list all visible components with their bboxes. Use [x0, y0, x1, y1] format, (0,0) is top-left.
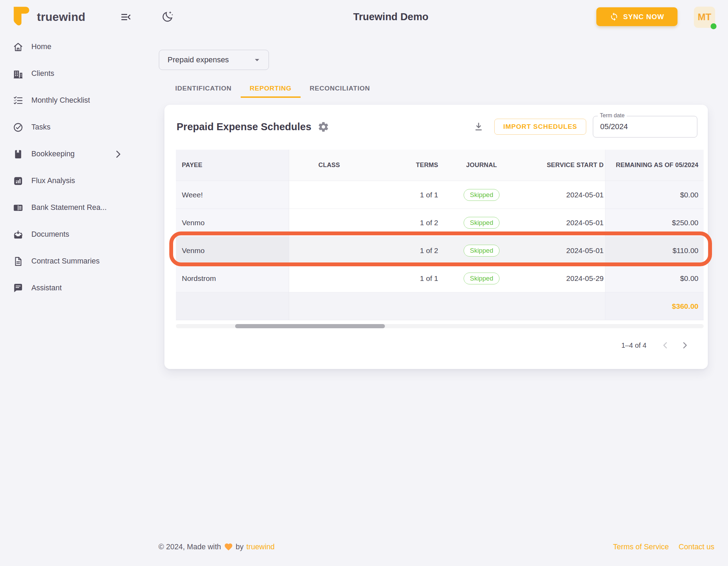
- pagination-range-label: 1–4 of 4: [621, 341, 646, 349]
- column-header-journal: JOURNAL: [444, 150, 519, 181]
- bar-chart-icon: [13, 176, 23, 186]
- sidebar-item-assistant[interactable]: Assistant: [0, 275, 150, 301]
- sidebar-item-monthly-checklist[interactable]: Monthly Checklist: [0, 87, 150, 114]
- cell-journal: Skipped: [444, 181, 519, 209]
- horizontal-scrollbar-track[interactable]: [176, 324, 704, 328]
- horizontal-scrollbar-thumb[interactable]: [235, 324, 385, 328]
- term-date-label: Term date: [598, 112, 627, 119]
- schedule-settings-button[interactable]: [318, 121, 329, 133]
- table-row[interactable]: Nordstrom 1 of 1 Skipped 2024-05-29 $0.0…: [176, 265, 704, 292]
- total-empty-terms: [369, 292, 444, 320]
- sidebar-item-tasks[interactable]: Tasks: [0, 114, 150, 141]
- table-row-highlighted[interactable]: Venmo 1 of 2 Skipped 2024-05-01 $110.00: [176, 237, 704, 265]
- orange-heart-icon: [224, 542, 233, 551]
- dark-mode-toggle[interactable]: [161, 10, 174, 23]
- pagination-prev-button[interactable]: [657, 337, 674, 354]
- term-date-field[interactable]: Term date 05/2024: [593, 116, 697, 137]
- status-badge-skipped: Skipped: [464, 189, 499, 201]
- total-empty-service: [519, 292, 605, 320]
- cell-class: [289, 265, 369, 292]
- column-header-terms: TERMS: [369, 150, 444, 181]
- cell-class: [289, 237, 369, 264]
- cell-remaining: $0.00: [605, 181, 704, 209]
- moon-stars-icon: [161, 10, 174, 23]
- term-date-value: 05/2024: [600, 122, 628, 131]
- cell-service-start: 2024-05-29: [519, 265, 605, 292]
- contract-icon: [13, 256, 23, 267]
- checklist-icon: [13, 95, 23, 106]
- cell-remaining: $110.00: [605, 237, 704, 264]
- cell-remaining: $250.00: [605, 209, 704, 236]
- sidebar-item-clients[interactable]: Clients: [0, 60, 150, 87]
- sidebar-item-contract-summaries[interactable]: Contract Summaries: [0, 248, 150, 275]
- copyright-text: © 2024, Made with by truewind: [158, 542, 275, 551]
- module-select-dropdown[interactable]: Prepaid expenses: [159, 50, 269, 70]
- cell-terms: 1 of 2: [369, 237, 444, 264]
- inbox-download-icon: [13, 229, 23, 240]
- sidebar-item-flux-analysis[interactable]: Flux Analysis: [0, 167, 150, 194]
- online-status-dot: [711, 23, 717, 29]
- sidebar-item-label: Flux Analysis: [31, 176, 75, 185]
- pagination: 1–4 of 4: [621, 337, 693, 354]
- tab-reconciliation[interactable]: RECONCILIATION: [301, 79, 379, 98]
- pagination-next-button[interactable]: [676, 337, 693, 354]
- cell-service-start: 2024-05-01: [519, 237, 605, 264]
- status-badge-skipped: Skipped: [464, 273, 499, 284]
- user-avatar[interactable]: MT: [694, 7, 715, 28]
- sidebar-item-label: Assistant: [31, 284, 62, 292]
- home-icon: [13, 42, 23, 52]
- schedules-table: PAYEE CLASS TERMS JOURNAL SERVICE START …: [176, 150, 704, 320]
- column-header-remaining: REMAINING AS OF 05/2024: [605, 150, 704, 181]
- cell-journal: Skipped: [444, 209, 519, 236]
- cell-service-start: 2024-05-01: [519, 181, 605, 209]
- cell-payee: Venmo: [176, 209, 289, 236]
- page-footer: © 2024, Made with by truewind Terms of S…: [158, 542, 714, 551]
- cell-terms: 1 of 1: [369, 181, 444, 209]
- sync-now-button[interactable]: SYNC NOW: [596, 7, 677, 26]
- brand-name: truewind: [37, 10, 85, 24]
- building-icon: [13, 69, 23, 79]
- sidebar-item-home[interactable]: Home: [0, 33, 150, 60]
- collapse-sidebar-button[interactable]: [120, 11, 132, 23]
- total-empty-journal: [444, 292, 519, 320]
- tab-reporting[interactable]: REPORTING: [241, 79, 301, 98]
- sidebar-item-label: Monthly Checklist: [31, 96, 90, 105]
- column-header-payee: PAYEE: [176, 150, 289, 181]
- menu-open-icon: [120, 11, 132, 23]
- total-remaining-value: $360.00: [605, 292, 704, 320]
- cell-class: [289, 181, 369, 209]
- bank-statement-icon: [13, 203, 23, 213]
- status-badge-skipped: Skipped: [464, 217, 499, 229]
- sidebar-item-documents[interactable]: Documents: [0, 221, 150, 248]
- cell-terms: 1 of 1: [369, 265, 444, 292]
- column-header-class: CLASS: [289, 150, 369, 181]
- gear-icon: [318, 121, 329, 133]
- table-row[interactable]: Weee! 1 of 1 Skipped 2024-05-01 $0.00: [176, 181, 704, 209]
- contact-us-link[interactable]: Contact us: [679, 543, 714, 551]
- cell-terms: 1 of 2: [369, 209, 444, 236]
- truewind-logo-icon: [13, 6, 30, 29]
- sidebar-item-label: Home: [31, 42, 51, 51]
- tab-identification[interactable]: IDENTIFICATION: [166, 79, 241, 98]
- cell-payee: Nordstrom: [176, 265, 289, 292]
- sidebar-item-label: Bank Statement Rea...: [31, 203, 107, 212]
- table-row[interactable]: Venmo 1 of 2 Skipped 2024-05-01 $250.00: [176, 209, 704, 237]
- copyright-by: by: [236, 543, 244, 551]
- footer-brand-link[interactable]: truewind: [246, 543, 274, 551]
- chevron-right-icon: [113, 149, 123, 159]
- footer-links: Terms of Service Contact us: [613, 543, 714, 551]
- cell-payee: Venmo: [176, 237, 289, 264]
- module-select-value: Prepaid expenses: [168, 55, 229, 64]
- chat-icon: [13, 283, 23, 293]
- terms-of-service-link[interactable]: Terms of Service: [613, 543, 669, 551]
- brand-logo[interactable]: truewind: [13, 6, 85, 29]
- sync-icon: [610, 12, 619, 21]
- export-download-button[interactable]: [473, 121, 484, 132]
- sidebar-item-bookkeeping[interactable]: Bookkeeping: [0, 141, 150, 167]
- sidebar-item-label: Documents: [31, 230, 69, 239]
- avatar-initials: MT: [698, 12, 711, 23]
- sidebar-item-bank-statement-reader[interactable]: Bank Statement Rea...: [0, 194, 150, 221]
- import-schedules-button[interactable]: IMPORT SCHEDULES: [494, 119, 586, 135]
- prepaid-schedules-card: Prepaid Expense Schedules: [164, 105, 708, 369]
- check-circle-icon: [13, 122, 23, 133]
